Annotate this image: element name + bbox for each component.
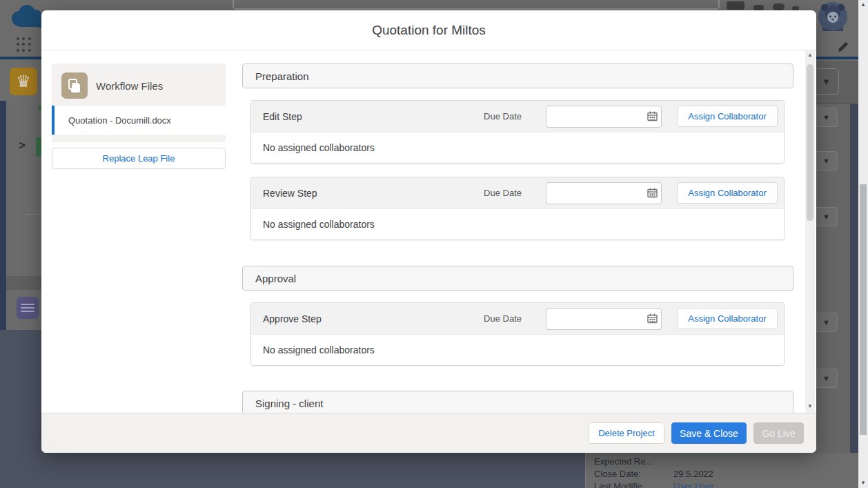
favorites-icon[interactable] (727, 1, 744, 10)
screen: ♛ > ▼ ▼ ▼ ▼ ▼ ▼ Expected Re... Close Dat… (0, 0, 868, 488)
global-search-input[interactable] (233, 0, 720, 10)
record-field-row: Expected Re... (594, 456, 858, 468)
due-date-input[interactable] (546, 182, 662, 204)
scroll-down-icon[interactable]: ▼ (858, 478, 868, 488)
field-value-link[interactable]: User User (673, 480, 714, 488)
spreadsheet-icon (36, 137, 41, 157)
due-date-field (546, 106, 662, 128)
page-background-strip (850, 104, 858, 453)
modal-header: Quotation for Miltos (41, 10, 816, 50)
modal-body: Workflow Files Quotation - Documill.docx… (41, 50, 816, 413)
field-dropdown[interactable]: ▼ (815, 369, 838, 388)
workflow-files-panel: Workflow Files Quotation - Documill.docx… (52, 64, 226, 169)
replace-leap-file-button[interactable]: Replace Leap File (52, 148, 226, 169)
field-value: 29.5.2022 (673, 468, 713, 480)
step-status: No assigned collaborators (251, 334, 784, 365)
list-object-icon (17, 297, 39, 319)
due-date-input[interactable] (546, 308, 662, 330)
field-dropdown[interactable]: ▼ (815, 108, 838, 127)
calendar-icon[interactable] (647, 111, 658, 122)
workflow-file-item-selected[interactable]: Quotation - Documill.docx (52, 106, 226, 135)
assign-collaborator-button[interactable]: Assign Collaborator (677, 182, 778, 204)
due-date-input[interactable] (546, 106, 662, 128)
page-scrollbar-thumb[interactable] (860, 184, 867, 435)
workflow-files-title: Workflow Files (96, 80, 163, 92)
scroll-up-icon[interactable]: ▲ (858, 0, 868, 10)
step-card-header: Review Step Due Date (251, 177, 784, 208)
background-card (6, 101, 41, 276)
step-card-header: Edit Step Due Date (251, 101, 784, 132)
step-card-review: Review Step Due Date (250, 177, 785, 240)
due-date-label: Due Date (484, 188, 522, 198)
due-date-field (546, 182, 662, 204)
modal-scrollbar[interactable]: ▲ ▼ (805, 50, 815, 413)
panel-footer-pad (52, 135, 226, 142)
app-launcher-icon[interactable] (17, 37, 32, 52)
page-background-strip (0, 101, 6, 330)
page-scrollbar[interactable]: ▲ ▼ (858, 0, 868, 488)
step-card-edit: Edit Step Due Date (250, 100, 785, 164)
modal-scrollbar-thumb[interactable] (807, 64, 813, 221)
assign-collaborator-button[interactable]: Assign Collaborator (677, 308, 778, 329)
delete-project-button[interactable]: Delete Project (589, 422, 664, 444)
assign-collaborator-button[interactable]: Assign Collaborator (677, 106, 778, 127)
modal-footer: Delete Project Save & Close Go Live (41, 413, 816, 453)
step-status: No assigned collaborators (251, 208, 784, 240)
calendar-icon[interactable] (647, 313, 658, 324)
scroll-up-icon[interactable]: ▲ (805, 50, 815, 60)
field-dropdown[interactable]: ▼ (815, 151, 838, 170)
page-background (0, 453, 585, 488)
workflow-files-header: Workflow Files (52, 64, 226, 106)
edit-pencil-icon[interactable] (836, 40, 850, 54)
step-card-header: Approve Step Due Date (251, 303, 784, 334)
record-fields-panel: Expected Re... Close Date: 29.5.2022 Las… (585, 453, 858, 488)
section-header-signing-client: Signing - client (242, 391, 793, 413)
help-icon[interactable] (753, 5, 764, 10)
step-status: No assigned collaborators (251, 132, 784, 163)
salesforce-logo-icon (9, 3, 46, 31)
workflow-files-icon (61, 72, 88, 99)
field-dropdown[interactable]: ▼ (815, 313, 838, 332)
due-date-field (546, 308, 662, 330)
user-avatar[interactable] (818, 2, 847, 31)
setup-gear-icon[interactable] (773, 3, 785, 10)
scroll-down-icon[interactable]: ▼ (805, 402, 815, 411)
project-workflow-modal: Quotation for Miltos Workflow Files Quot… (41, 10, 816, 453)
field-label: Last Modifie... (594, 480, 673, 488)
go-live-button[interactable]: Go Live (753, 422, 804, 444)
due-date-label: Due Date (484, 313, 522, 324)
modal-title: Quotation for Miltos (372, 23, 486, 38)
section-header-approval: Approval (242, 266, 793, 291)
field-dropdown[interactable]: ▼ (815, 207, 838, 226)
step-card-approve: Approve Step Due Date (250, 302, 785, 366)
record-actions-dropdown[interactable]: ▼ (813, 68, 839, 95)
step-name: Review Step (263, 188, 317, 199)
record-field-row: Close Date: 29.5.2022 (594, 468, 858, 480)
save-and-close-button[interactable]: Save & Close (671, 422, 747, 444)
step-name: Approve Step (263, 313, 322, 324)
section-header-preparation: Preparation (242, 64, 793, 88)
workflow-sections: Preparation Edit Step Due Date (242, 50, 793, 413)
step-name: Edit Step (263, 111, 302, 122)
field-label: Expected Re... (594, 456, 673, 468)
record-field-row: Last Modifie... User User (594, 480, 858, 488)
field-label: Close Date: (594, 468, 673, 480)
expand-chevron-icon[interactable]: > (19, 139, 32, 153)
card-divider (24, 214, 41, 215)
calendar-icon[interactable] (647, 188, 658, 199)
due-date-label: Due Date (484, 111, 522, 121)
leap-app-crown-icon[interactable]: ♛ (10, 68, 37, 95)
